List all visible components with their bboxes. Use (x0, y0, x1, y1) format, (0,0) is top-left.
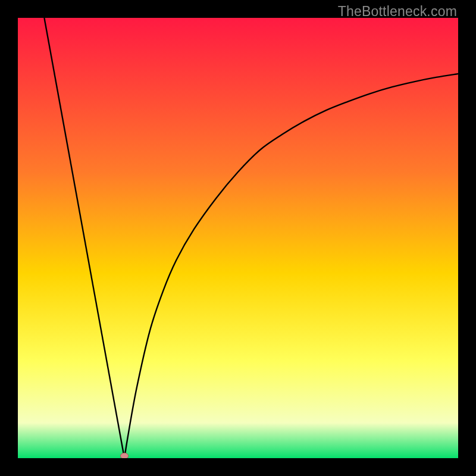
chart-frame (18, 18, 458, 458)
watermark-text: TheBottleneck.com (338, 4, 457, 20)
minimum-marker (121, 453, 129, 458)
chart-svg (18, 18, 458, 458)
